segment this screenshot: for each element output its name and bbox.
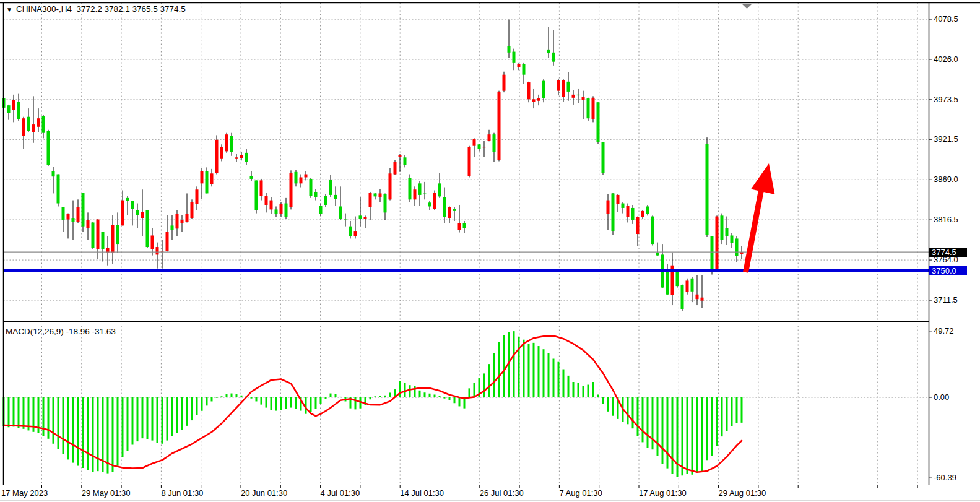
candle-body-bull (17, 102, 20, 119)
macd-signal-line (4, 335, 742, 472)
price-axis-label: 3711.5 (934, 295, 958, 305)
macd-axis-label: 49.72 (934, 326, 954, 335)
macd-axis-label: 0.00 (934, 392, 949, 402)
support-level-line[interactable] (4, 269, 929, 272)
date-axis-label: 14 Jul 01:30 (400, 488, 444, 498)
candle-body-bull (171, 225, 174, 230)
candle-body-bull (676, 270, 679, 286)
candle-body-bull (523, 64, 526, 74)
candle-body-bear (518, 64, 521, 67)
candle-body-bear (12, 100, 15, 110)
candle-body-bull (651, 217, 654, 245)
candle-body-bull (314, 192, 318, 197)
candle-body-bull (597, 102, 600, 142)
candle-body-bull (329, 180, 332, 195)
candle-body-bull (136, 210, 139, 215)
candle-body-bear (300, 177, 303, 183)
candle-body-bull (349, 227, 352, 236)
candle-body-bull (285, 204, 288, 217)
candle-body-bear (354, 231, 357, 236)
candle-body-bear (448, 207, 451, 218)
candle-body-bull (334, 195, 337, 199)
current-price-marker: 3774.5 (929, 248, 967, 257)
date-axis-label: 29 May 01:30 (82, 488, 131, 498)
candle-body-bear (215, 140, 219, 173)
candle-body-bull (513, 52, 516, 63)
candle-body-bull (423, 193, 427, 193)
candle-body-bull (404, 157, 407, 165)
candle-body-bull (374, 193, 377, 196)
candle-body-bull (438, 183, 441, 196)
date-axis-label: 4 Jul 01:30 (321, 488, 360, 498)
candle-body-bull (359, 215, 362, 219)
candle-body-bull (146, 210, 149, 247)
candle-body-bear (22, 118, 25, 136)
candle-body-bear (210, 173, 214, 184)
candle-body-bull (721, 215, 724, 240)
symbol-dropdown-icon[interactable]: ▼ (6, 6, 12, 13)
candle-body-bull (47, 131, 50, 165)
candle-body-bear (617, 195, 620, 204)
candle-body-bear (557, 80, 560, 90)
candle-body-bull (612, 193, 615, 231)
up-arrow-shaft[interactable] (746, 182, 763, 272)
candle-body-bull (319, 206, 323, 214)
candle-body-bull (656, 253, 659, 256)
candle-body-bear (270, 201, 273, 210)
candle-body-bear (141, 212, 144, 218)
chart-plot-area[interactable] (0, 0, 980, 502)
up-arrow-head[interactable] (751, 163, 775, 194)
candle-body-bear (97, 220, 100, 249)
candle-body-bear (488, 134, 491, 141)
candle-body-bear (572, 95, 575, 98)
candle-body-bear (181, 220, 184, 223)
candle-body-bull (255, 180, 258, 210)
candle-body-bull (102, 232, 105, 249)
candle-body-bear (562, 80, 565, 97)
candle-body-bear (641, 211, 644, 217)
candle-body-bull (62, 207, 65, 220)
candle-body-bear (627, 206, 630, 217)
date-axis-label: 8 Jun 01:30 (161, 488, 203, 498)
candle-body-bull (731, 235, 734, 243)
candle-body-bull (409, 178, 412, 200)
candle-body-bear (394, 162, 397, 175)
candle-body-bull (7, 105, 11, 113)
candle-body-bull (726, 228, 729, 236)
candle-body-bull (508, 46, 511, 53)
candle-body-bull (57, 175, 60, 204)
candle-body-bear (260, 180, 263, 196)
candle-body-bear (111, 225, 115, 253)
candle-body-bull (384, 194, 387, 213)
candle-body-bear (166, 232, 169, 251)
candle-body-bull (344, 220, 347, 220)
candle-body-bull (131, 201, 134, 209)
candle-body-bull (92, 222, 95, 248)
candle-body-bull (453, 209, 456, 211)
candle-body-bear (290, 173, 293, 207)
candle-body-bear (305, 175, 308, 178)
date-axis-label: 29 Aug 01:30 (719, 488, 766, 498)
candle-body-bear (37, 118, 40, 127)
candle-body-bull (711, 236, 714, 269)
candle-body-bull (567, 82, 570, 92)
candle-body-bull (706, 144, 709, 235)
candle-body-bear (151, 235, 154, 249)
candle-body-bear (161, 251, 164, 251)
candle-body-bear (225, 134, 228, 151)
candle-body-bull (666, 269, 669, 295)
candle-body-bull (116, 225, 119, 244)
candle-body-bull (310, 179, 313, 196)
candle-body-bear (701, 298, 704, 301)
price-axis-label: 3973.5 (934, 95, 958, 104)
candle-body-bull (27, 117, 30, 131)
scroll-marker-icon[interactable] (742, 4, 752, 9)
date-axis-label: 7 Aug 01:30 (559, 488, 602, 498)
candle-body-bear (582, 97, 585, 100)
candle-body-bear (503, 75, 506, 91)
price-axis-label: 3921.5 (934, 134, 958, 144)
price-axis-label: 3816.5 (934, 215, 958, 224)
candle-body-bull (547, 50, 550, 53)
candle-body-bear (364, 217, 367, 219)
candle-body-bear (498, 92, 501, 160)
